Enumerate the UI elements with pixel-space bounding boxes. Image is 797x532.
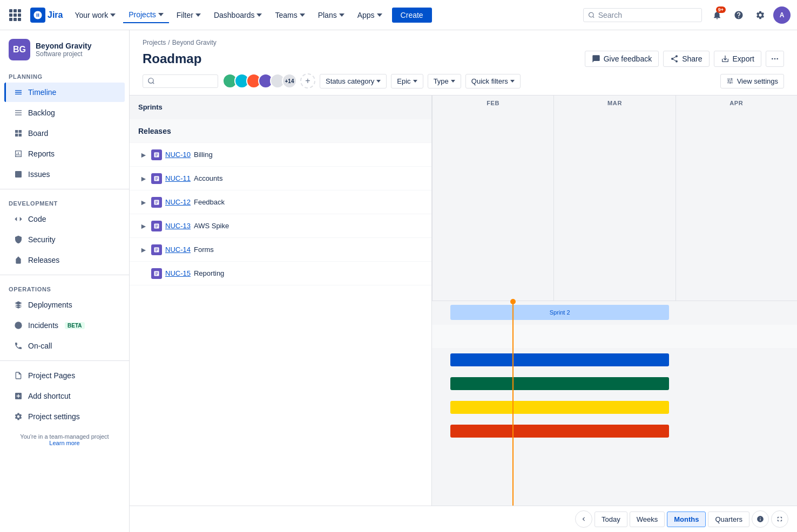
sidebar-item-issues[interactable]: Issues	[4, 165, 125, 184]
fullscreen-button[interactable]	[771, 510, 788, 528]
nuc12-bar-row	[432, 396, 797, 420]
plans-nav[interactable]: Plans	[313, 8, 350, 23]
expand-icon[interactable]: ►	[138, 221, 149, 231]
svg-marker-7	[15, 301, 22, 305]
today-button[interactable]: Today	[595, 511, 627, 527]
table-row: NUC-15 Reporting	[130, 262, 431, 285]
project-settings-icon	[13, 411, 24, 422]
help-button[interactable]	[730, 6, 747, 24]
gantt-search-input[interactable]	[157, 77, 211, 85]
svg-point-11	[772, 58, 773, 60]
project-info: Beyond Gravity Software project	[36, 42, 91, 58]
create-button[interactable]: Create	[392, 8, 432, 23]
projects-nav[interactable]: Projects	[123, 7, 169, 23]
svg-point-13	[776, 58, 778, 60]
issues-icon	[13, 169, 24, 180]
sidebar-item-label: Board	[28, 129, 48, 138]
share-button[interactable]: Share	[663, 51, 709, 67]
sidebar-item-label: Add shortcut	[28, 392, 71, 400]
breadcrumb-projects[interactable]: Projects	[143, 39, 166, 46]
user-avatar[interactable]: A	[773, 6, 791, 24]
board-icon	[13, 128, 24, 139]
filter-nav[interactable]: Filter	[171, 8, 206, 23]
sidebar-item-oncall[interactable]: On-call	[4, 336, 125, 356]
gantt-bars-area: Sprint 2	[432, 301, 797, 506]
apps-nav[interactable]: Apps	[352, 8, 388, 23]
row-id[interactable]: NUC-12	[165, 198, 191, 206]
chevron-left-icon	[580, 515, 587, 523]
teams-nav[interactable]: Teams	[269, 8, 310, 23]
sidebar-item-releases[interactable]: Releases	[4, 250, 125, 270]
settings-sliders-icon	[726, 77, 734, 85]
breadcrumb-project[interactable]: Beyond Gravity	[172, 39, 217, 46]
add-member-button[interactable]: +	[300, 73, 315, 88]
search-icon	[588, 11, 595, 19]
export-icon	[721, 54, 730, 63]
nuc12-bar[interactable]	[450, 401, 670, 414]
nuc15-bar-row	[432, 467, 797, 491]
sidebar-item-project-pages[interactable]: Project Pages	[4, 366, 125, 385]
sidebar-item-project-settings[interactable]: Project settings	[4, 407, 125, 426]
row-id[interactable]: NUC-14	[165, 245, 191, 254]
sidebar-item-label: Incidents	[28, 321, 58, 330]
sidebar-item-label: Reports	[28, 149, 55, 158]
avatars-extra-count[interactable]: +14	[282, 73, 297, 88]
sidebar-item-timeline[interactable]: Timeline	[4, 83, 125, 102]
page-header: Projects / Beyond Gravity Roadmap Give f…	[130, 30, 797, 67]
dashboards-nav[interactable]: Dashboards	[208, 8, 268, 23]
weeks-button[interactable]: Weeks	[630, 511, 665, 527]
expand-icon[interactable]: ►	[138, 244, 149, 255]
reports-icon	[13, 148, 24, 159]
quick-filters[interactable]: Quick filters	[465, 74, 521, 88]
sidebar-item-label: Releases	[28, 256, 59, 264]
quarters-button[interactable]: Quarters	[708, 511, 749, 527]
epic-filter[interactable]: Epic	[391, 74, 423, 88]
row-id[interactable]: NUC-11	[165, 174, 191, 182]
sidebar-item-deployments[interactable]: Deployments	[4, 295, 125, 315]
sidebar-item-code[interactable]: Code	[4, 209, 125, 229]
export-button[interactable]: Export	[714, 51, 761, 67]
nuc13-bar[interactable]	[450, 425, 670, 438]
give-feedback-button[interactable]: Give feedback	[585, 51, 659, 67]
nuc13-bar-row	[432, 420, 797, 444]
search-bar[interactable]	[583, 8, 702, 22]
info-button[interactable]	[752, 510, 769, 528]
type-filter[interactable]: Type	[428, 74, 461, 88]
row-nuc13: ► NUC-13 AWS Spike	[130, 214, 432, 237]
sidebar-item-reports[interactable]: Reports	[4, 144, 125, 163]
jira-logo[interactable]: Jira	[30, 8, 63, 23]
more-actions-button[interactable]	[766, 51, 784, 67]
expand-icon[interactable]: ►	[138, 197, 149, 208]
nuc11-bar[interactable]	[450, 377, 670, 390]
row-id[interactable]: NUC-15	[165, 269, 191, 277]
expand-icon[interactable]: ►	[138, 149, 149, 160]
prev-button[interactable]	[575, 510, 592, 528]
status-category-filter[interactable]: Status category	[320, 74, 387, 88]
gantt-container: Sprints Releases ► NUC-10	[130, 96, 797, 506]
view-settings-button[interactable]: View settings	[720, 74, 784, 88]
expand-icon[interactable]: ►	[138, 173, 149, 184]
sidebar-item-incidents[interactable]: Incidents BETA	[4, 316, 125, 335]
breadcrumb-separator: /	[168, 39, 170, 46]
months-button[interactable]: Months	[667, 511, 706, 527]
grid-icon	[9, 9, 21, 21]
nuc10-bar[interactable]	[450, 353, 670, 366]
backlog-icon	[13, 107, 24, 118]
your-work-nav[interactable]: Your work	[69, 8, 121, 23]
apps-grid-button[interactable]	[6, 6, 24, 24]
learn-more-link[interactable]: Learn more	[49, 440, 79, 446]
gantt-search[interactable]	[143, 74, 218, 88]
row-id[interactable]: NUC-10	[165, 151, 191, 159]
sidebar-item-backlog[interactable]: Backlog	[4, 103, 125, 122]
row-name: Billing	[194, 151, 213, 159]
row-id[interactable]: NUC-13	[165, 222, 191, 230]
settings-button[interactable]	[752, 6, 769, 24]
logo-icon	[30, 8, 45, 23]
title-actions: Give feedback Share Export	[585, 51, 784, 67]
sidebar-item-security[interactable]: Security	[4, 230, 125, 249]
sidebar-item-board[interactable]: Board	[4, 124, 125, 143]
gantt-left-panel: Sprints Releases ► NUC-10	[130, 96, 432, 506]
search-input[interactable]	[598, 11, 697, 19]
sidebar-item-add-shortcut[interactable]: Add shortcut	[4, 386, 125, 406]
notifications-button[interactable]: 9+	[708, 6, 726, 24]
